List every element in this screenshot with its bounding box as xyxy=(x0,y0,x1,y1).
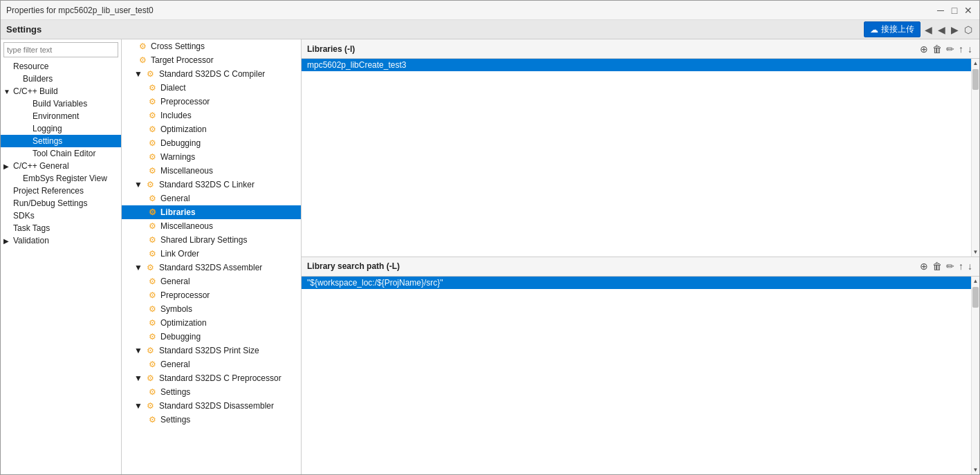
tree-item-icon: ⚙ xyxy=(147,96,158,107)
center-tree-item-std-s32ds-c-compiler[interactable]: ▼⚙Standard S32DS C Compiler xyxy=(122,67,301,81)
expand-icon: ▼ xyxy=(134,263,142,272)
center-tree-item-std-s32ds-disassembler[interactable]: ▼⚙Standard S32DS Disassembler xyxy=(122,399,301,413)
libraries-down-button[interactable]: ↓ xyxy=(966,42,974,56)
center-tree-item-std-s32ds-print-size[interactable]: ▼⚙Standard S32DS Print Size xyxy=(122,344,301,357)
library-path-scroll-track xyxy=(972,286,979,466)
center-tree-item-shared-library-settings[interactable]: ⚙Shared Library Settings xyxy=(122,233,301,247)
center-tree-item-general-linker[interactable]: ⚙General xyxy=(122,192,301,205)
tree-item-icon: ⚙ xyxy=(145,179,156,190)
center-tree-item-std-s32ds-c-linker[interactable]: ▼⚙Standard S32DS C Linker xyxy=(122,178,301,192)
library-path-item[interactable]: "${workspace_loc:/${ProjName}/src}" xyxy=(302,277,971,289)
library-path-down-button[interactable]: ↓ xyxy=(966,259,974,273)
center-tree-item-label: Target Processor xyxy=(151,55,214,65)
library-path-delete-button[interactable]: 🗑 xyxy=(931,259,943,273)
center-tree-item-optimization[interactable]: ⚙Optimization xyxy=(122,122,301,136)
expand-icon: ▼ xyxy=(3,88,10,95)
left-tree-item-sdks[interactable]: SDKs xyxy=(1,209,121,222)
center-tree-item-std-s32ds-assembler[interactable]: ▼⚙Standard S32DS Assembler xyxy=(122,261,301,274)
left-tree-item-label: C/C++ General xyxy=(13,161,69,171)
tree-item-icon: ⚙ xyxy=(147,151,158,162)
center-tree-item-dialect[interactable]: ⚙Dialect xyxy=(122,81,301,95)
left-tree-item-c-cpp-build[interactable]: ▼C/C++ Build xyxy=(1,85,121,97)
center-tree-item-preprocessor-asm[interactable]: ⚙Preprocessor xyxy=(122,288,301,302)
library-path-scroll-up[interactable]: ▲ xyxy=(972,277,979,286)
left-tree-item-logging[interactable]: Logging xyxy=(1,122,121,135)
center-tree-item-cross-settings[interactable]: ⚙Cross Settings xyxy=(122,39,301,53)
tree-item-icon: ⚙ xyxy=(147,304,158,315)
library-item[interactable]: mpc5602p_libCreate_test3 xyxy=(302,59,971,71)
center-tree-item-std-s32ds-c-preprocessor[interactable]: ▼⚙Standard S32DS C Preprocessor xyxy=(122,371,301,385)
tree-item-icon: ⚙ xyxy=(147,290,158,301)
left-tree-item-task-tags[interactable]: Task Tags xyxy=(1,222,121,234)
tree-item-icon: ⚙ xyxy=(147,221,158,232)
library-path-scroll-thumb[interactable] xyxy=(972,287,979,308)
center-tree-item-settings-preproc[interactable]: ⚙Settings xyxy=(122,385,301,399)
left-tree-item-settings[interactable]: Settings xyxy=(1,135,121,147)
filter-input[interactable] xyxy=(3,42,118,57)
center-tree-item-debugging-asm[interactable]: ⚙Debugging xyxy=(122,330,301,344)
center-tree-item-link-order[interactable]: ⚙Link Order xyxy=(122,247,301,261)
center-tree-item-includes[interactable]: ⚙Includes xyxy=(122,109,301,122)
left-tree-item-embsys-register[interactable]: EmbSys Register View xyxy=(1,172,121,185)
libraries-add-button[interactable]: ⊕ xyxy=(918,42,930,56)
center-tree-item-label: Standard S32DS Assembler xyxy=(159,263,262,272)
close-button[interactable]: ✕ xyxy=(963,5,974,16)
tree-item-icon: ⚙ xyxy=(147,193,158,204)
main-area: ResourceBuilders▼C/C++ BuildBuild Variab… xyxy=(1,39,979,474)
title-bar: Properties for mpc5602p_lib_user_test0 ─… xyxy=(1,1,979,20)
settings-bar: Settings ☁ 接接上传 ◀ ◀ ▶ ⬡ xyxy=(1,20,979,39)
center-tree-item-libraries[interactable]: ⚙Libraries xyxy=(122,205,301,219)
center-tree-item-preprocessor[interactable]: ⚙Preprocessor xyxy=(122,95,301,109)
libraries-scroll-up[interactable]: ▲ xyxy=(972,59,979,68)
center-tree-item-miscellaneous-linker[interactable]: ⚙Miscellaneous xyxy=(122,219,301,233)
libraries-up-button[interactable]: ↑ xyxy=(957,42,965,56)
left-tree-item-c-cpp-general[interactable]: ▶C/C++ General xyxy=(1,160,121,172)
center-tree-item-optimization-asm[interactable]: ⚙Optimization xyxy=(122,316,301,330)
libraries-edit-button[interactable]: ✏ xyxy=(945,42,956,56)
library-path-edit-button[interactable]: ✏ xyxy=(945,259,956,273)
libraries-scroll-down[interactable]: ▼ xyxy=(972,248,979,257)
tree-item-icon: ⚙ xyxy=(147,207,158,218)
upload-icon: ☁ xyxy=(870,25,878,35)
libraries-scroll-thumb[interactable] xyxy=(972,69,979,90)
libraries-delete-button[interactable]: 🗑 xyxy=(931,42,943,56)
center-tree-item-label: Miscellaneous xyxy=(160,166,213,176)
nav-expand-button[interactable]: ⬡ xyxy=(963,23,974,37)
center-tree-item-general-print[interactable]: ⚙General xyxy=(122,357,301,371)
left-tree-item-run-debug[interactable]: Run/Debug Settings xyxy=(1,197,121,209)
nav-fwd-button[interactable]: ▶ xyxy=(950,23,960,37)
maximize-button[interactable]: □ xyxy=(949,5,960,16)
nav-back2-button[interactable]: ◀ xyxy=(936,23,947,37)
left-tree-item-validation[interactable]: ▶Validation xyxy=(1,234,121,247)
center-tree-item-label: General xyxy=(160,277,190,286)
center-tree-item-warnings[interactable]: ⚙Warnings xyxy=(122,150,301,164)
left-tree-item-label: Resource xyxy=(13,62,48,71)
library-path-add-button[interactable]: ⊕ xyxy=(918,259,930,273)
nav-back-button[interactable]: ◀ xyxy=(923,23,934,37)
upload-button[interactable]: ☁ 接接上传 xyxy=(864,21,921,37)
left-tree-item-project-references[interactable]: Project References xyxy=(1,185,121,197)
center-tree-item-label: Cross Settings xyxy=(151,41,205,51)
left-tree-item-environment[interactable]: Environment xyxy=(1,110,121,122)
minimize-button[interactable]: ─ xyxy=(935,5,946,16)
center-tree-item-debugging[interactable]: ⚙Debugging xyxy=(122,136,301,150)
center-tree-item-miscellaneous[interactable]: ⚙Miscellaneous xyxy=(122,164,301,178)
left-tree-item-build-variables[interactable]: Build Variables xyxy=(1,97,121,110)
center-tree-item-target-processor[interactable]: ⚙Target Processor xyxy=(122,53,301,67)
left-panel: ResourceBuilders▼C/C++ BuildBuild Variab… xyxy=(1,39,122,474)
left-tree-item-resource[interactable]: Resource xyxy=(1,60,121,73)
tree-item-icon: ⚙ xyxy=(145,345,156,356)
center-tree-item-label: Settings xyxy=(160,415,190,425)
left-tree-item-tool-chain-editor[interactable]: Tool Chain Editor xyxy=(1,147,121,160)
left-tree-item-builders[interactable]: Builders xyxy=(1,73,121,85)
settings-title: Settings xyxy=(6,24,41,35)
library-path-scroll-down[interactable]: ▼ xyxy=(972,465,979,474)
left-tree-item-label: Project References xyxy=(13,186,84,196)
center-tree-item-label: Symbols xyxy=(160,304,192,314)
center-tree-item-symbols-asm[interactable]: ⚙Symbols xyxy=(122,302,301,316)
library-path-up-button[interactable]: ↑ xyxy=(957,259,965,273)
center-tree-item-general-asm[interactable]: ⚙General xyxy=(122,274,301,288)
tree-item-icon: ⚙ xyxy=(147,165,158,176)
tree-item-icon: ⚙ xyxy=(147,317,158,328)
center-tree-item-settings-disasm[interactable]: ⚙Settings xyxy=(122,413,301,427)
